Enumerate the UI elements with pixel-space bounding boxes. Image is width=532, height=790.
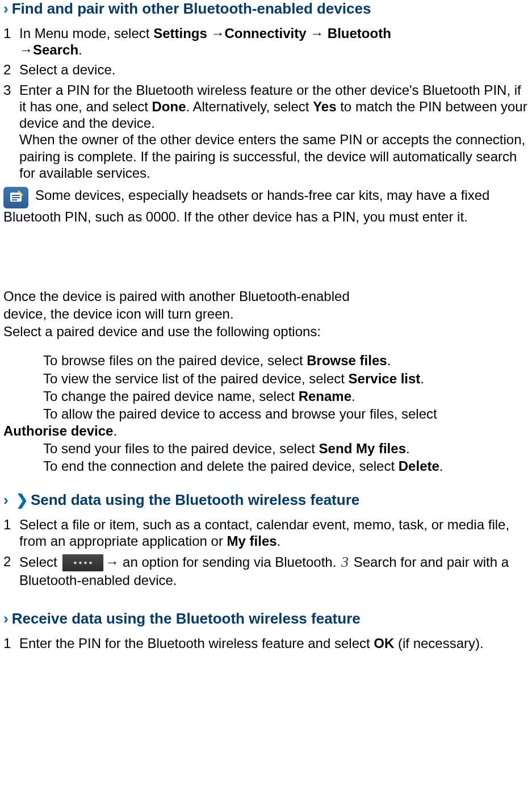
text: To send your files to the paired device,… [43,441,319,456]
step-1: 1 Enter the PIN for the Bluetooth wirele… [3,635,529,651]
option-send-files: To send your files to the paired device,… [3,440,529,457]
bold-my-files: My files [227,533,277,549]
text: . [351,388,355,404]
text: When the owner of the other device enter… [19,132,525,181]
text: . [387,353,391,368]
step-number: 2 [3,553,19,570]
bold-send-my-files: Send My files [319,441,406,456]
text: . [406,441,410,456]
step-number: 3 [3,82,19,98]
paired-info: Once the device is paired with another B… [3,288,529,340]
step-number: 2 [3,61,19,78]
chevron-icon: › [3,491,9,508]
bold-ok: OK [374,636,394,651]
text: To end the connection and delete the pai… [43,458,399,474]
step-3: 3 Enter a PIN for the Bluetooth wireless… [3,82,529,182]
text: To change the paired device name, select [43,388,299,404]
heading-text: Send data using the Bluetooth wireless f… [31,491,359,508]
step-number: 1 [3,25,19,41]
text: . [420,371,424,386]
bold-path-search: Search [33,42,78,57]
step-2: 2 Select → an option for sending via Blu… [3,553,529,589]
steps-list-find-pair: 1 In Menu mode, select Settings →Connect… [3,25,529,181]
bold-yes: Yes [313,99,336,114]
bold-rename: Rename [299,388,351,404]
step-body: In Menu mode, select Settings →Connectiv… [19,25,529,58]
text: . [439,458,443,474]
chevron-icon: › [3,0,9,17]
text: . Alternatively, select [186,99,313,114]
option-authorise: To allow the paired device to access and… [3,406,529,439]
steps-list-receive-data: 1 Enter the PIN for the Bluetooth wirele… [3,635,529,651]
option-rename: To change the paired device name, select… [3,388,529,404]
bold-path-bluetooth: Bluetooth [324,26,391,41]
step-1: 1 Select a file or item, such as a conta… [3,516,529,550]
text: To view the service list of the paired d… [43,371,349,386]
step-number: 1 [3,516,19,533]
step-2: 2 Select a device. [3,61,529,78]
step-body: Select a device. [19,61,529,78]
bold-path-connectivity: Connectivity [224,26,310,41]
text: To browse files on the paired device, se… [43,353,307,368]
text-line: device, the device icon will turn green. [3,306,529,322]
inline-step-3: 3 [341,554,349,570]
step-1: 1 In Menu mode, select Settings →Connect… [3,25,529,58]
more-options-icon [62,554,104,572]
heading-text: Receive data using the Bluetooth wireles… [12,610,361,627]
arrow-icon: → [105,554,119,570]
text: Enter the PIN for the Bluetooth wireless… [19,636,374,651]
bold-delete: Delete [399,458,439,474]
bold-authorise-device: Authorise device [3,423,113,438]
text: (if necessary). [394,636,483,651]
step-number: 1 [3,635,19,651]
section-heading-receive-data: ›Receive data using the Bluetooth wirele… [3,610,529,628]
text: . [113,423,117,438]
paired-options-list: To browse files on the paired device, se… [3,352,529,474]
heading-text: Find and pair with other Bluetooth-enabl… [12,0,371,17]
note-block: Some devices, especially headsets or han… [3,187,529,225]
step-body: Enter a PIN for the Bluetooth wireless f… [19,82,529,182]
arrow-icon: → [310,26,324,41]
bullet-icon: ❯ [16,491,28,509]
step-body: Select a file or item, such as a contact… [19,516,529,550]
bold-service-list: Service list [349,371,421,386]
step-body: Enter the PIN for the Bluetooth wireless… [19,635,529,651]
bold-done: Done [152,99,186,114]
text: To allow the paired device to access and… [43,406,437,421]
text: . [78,42,82,57]
bold-path-settings: Settings [153,26,211,41]
bold-browse-files: Browse files [307,353,387,368]
option-delete: To end the connection and delete the pai… [3,458,529,474]
arrow-icon: → [19,42,33,57]
note-text: Some devices, especially headsets or han… [3,187,489,224]
text-line: Once the device is paired with another B… [3,288,529,304]
option-service-list: To view the service list of the paired d… [3,370,529,387]
note-icon [3,187,28,208]
text: . [277,533,281,549]
step-body: Select → an option for sending via Bluet… [19,553,529,589]
text: Select [19,554,61,570]
steps-list-send-data: 1 Select a file or item, such as a conta… [3,516,529,588]
section-heading-send-data: › ❯Send data using the Bluetooth wireles… [3,491,529,509]
text: In Menu mode, select [19,26,153,41]
arrow-icon: → [211,26,224,41]
section-heading-find-pair: ›Find and pair with other Bluetooth-enab… [3,0,529,18]
text-line: Select a paired device and use the follo… [3,323,529,340]
option-browse-files: To browse files on the paired device, se… [3,352,529,369]
chevron-icon: › [3,610,9,627]
text: an option for sending via Bluetooth. [119,554,340,570]
